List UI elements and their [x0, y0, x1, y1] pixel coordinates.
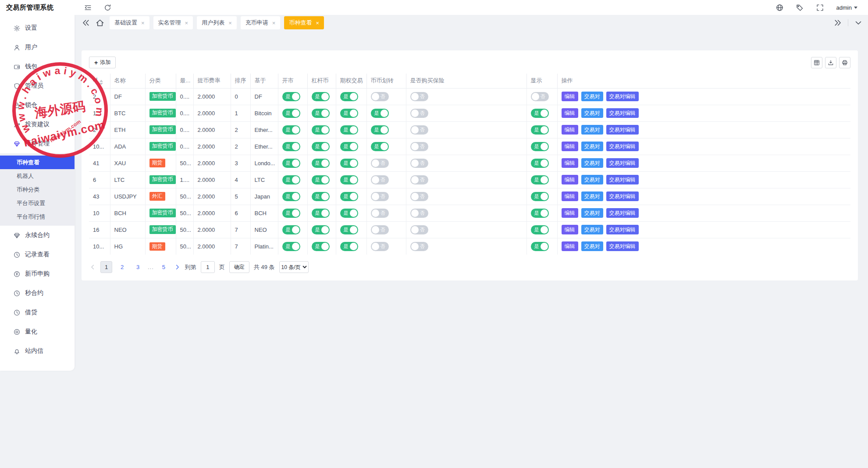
tab-close-icon[interactable]: × [316, 20, 319, 26]
sidebar-item-new-coin[interactable]: 新币申购 [0, 264, 75, 284]
action-pair-edit-button[interactable]: 交易对编辑 [606, 142, 639, 151]
action-pair-edit-button[interactable]: 交易对编辑 [606, 191, 639, 201]
action-edit-button[interactable]: 编辑 [562, 92, 578, 101]
show-toggle[interactable]: 是 [531, 109, 549, 118]
show-toggle[interactable]: 是 [531, 159, 549, 168]
transfer-toggle[interactable]: 否 [371, 209, 389, 218]
sidebar-item-coin-manage[interactable]: 币种管理 [0, 134, 75, 153]
insurance-toggle[interactable]: 否 [410, 109, 428, 118]
action-pair-edit-button[interactable]: 交易对编辑 [606, 241, 639, 251]
confirm-button[interactable]: 确定 [229, 261, 249, 273]
action-pair-edit-button[interactable]: 交易对编辑 [606, 225, 639, 234]
sidebar-item-users[interactable]: 用户 [0, 38, 75, 57]
action-pair-button[interactable]: 交易对 [581, 191, 603, 201]
home-tab-icon[interactable] [96, 18, 104, 27]
sidebar-item-second-contract[interactable]: 秒合约 [0, 284, 75, 303]
open-toggle[interactable]: 是 [282, 242, 300, 251]
open-toggle[interactable]: 是 [282, 175, 300, 184]
sidebar-item-quant[interactable]: 量化 [0, 322, 75, 341]
action-edit-button[interactable]: 编辑 [562, 108, 578, 118]
show-toggle[interactable]: 是 [531, 242, 549, 251]
refresh-icon[interactable] [104, 4, 111, 11]
sidebar-item-site-mail[interactable]: 站内信 [0, 341, 75, 361]
action-edit-button[interactable]: 编辑 [562, 208, 578, 218]
action-pair-button[interactable]: 交易对 [581, 125, 603, 135]
action-pair-button[interactable]: 交易对 [581, 208, 603, 218]
leverage-toggle[interactable]: 是 [312, 225, 330, 234]
language-icon[interactable] [776, 4, 783, 11]
sort-icon[interactable] [100, 80, 103, 85]
print-button[interactable] [839, 57, 850, 68]
leverage-toggle[interactable]: 是 [312, 109, 330, 118]
leverage-toggle[interactable]: 是 [312, 125, 330, 135]
tabs-scroll-right-icon[interactable] [833, 18, 842, 27]
open-toggle[interactable]: 是 [282, 192, 300, 201]
action-edit-button[interactable]: 编辑 [562, 125, 578, 135]
tab-3[interactable]: 用户列表× [197, 16, 237, 29]
leverage-toggle[interactable]: 是 [312, 159, 330, 168]
transfer-toggle[interactable]: 是 [371, 142, 389, 151]
action-edit-button[interactable]: 编辑 [562, 241, 578, 251]
next-page-icon[interactable] [174, 264, 181, 270]
show-toggle[interactable]: 是 [531, 142, 549, 151]
action-pair-button[interactable]: 交易对 [581, 108, 603, 118]
page-button-1[interactable]: 1 [100, 261, 112, 273]
tag-icon[interactable] [796, 4, 804, 11]
action-pair-edit-button[interactable]: 交易对编辑 [606, 208, 639, 218]
open-toggle[interactable]: 是 [282, 225, 300, 234]
sidebar-subitem-robot[interactable]: 机器人 [0, 169, 75, 183]
insurance-toggle[interactable]: 否 [410, 142, 428, 151]
page-button-2[interactable]: 2 [116, 261, 128, 273]
page-size-select[interactable]: 10 条/页 [279, 261, 309, 273]
action-pair-edit-button[interactable]: 交易对编辑 [606, 125, 639, 135]
sidebar-subitem-platform-coin-setting[interactable]: 平台币设置 [0, 196, 75, 210]
tab-close-icon[interactable]: × [141, 20, 145, 26]
leverage-toggle[interactable]: 是 [312, 242, 330, 251]
add-button[interactable]: + 添加 [89, 57, 116, 68]
action-pair-button[interactable]: 交易对 [581, 241, 603, 251]
leverage-toggle[interactable]: 是 [312, 209, 330, 218]
tabs-menu-icon[interactable] [854, 18, 863, 27]
sidebar-subitem-platform-coin-market[interactable]: 平台币行情 [0, 210, 75, 223]
page-button-5[interactable]: 5 [158, 261, 170, 273]
insurance-toggle[interactable]: 否 [410, 159, 428, 168]
action-pair-button[interactable]: 交易对 [581, 142, 603, 151]
column-header-0[interactable]: id [89, 74, 110, 88]
show-toggle[interactable]: 否 [531, 92, 549, 101]
menu-collapse-icon[interactable] [84, 4, 92, 11]
export-button[interactable] [825, 57, 836, 68]
insurance-toggle[interactable]: 否 [410, 92, 428, 101]
action-edit-button[interactable]: 编辑 [562, 225, 578, 234]
page-button-3[interactable]: 3 [132, 261, 144, 273]
option-toggle[interactable]: 是 [340, 242, 358, 251]
open-toggle[interactable]: 是 [282, 125, 300, 135]
transfer-toggle[interactable]: 否 [371, 192, 389, 201]
option-toggle[interactable]: 是 [340, 192, 358, 201]
sidebar-item-records[interactable]: 记录查看 [0, 245, 75, 264]
insurance-toggle[interactable]: 否 [410, 175, 428, 184]
insurance-toggle[interactable]: 否 [410, 242, 428, 251]
sidebar-item-admins[interactable]: 管理员 [0, 76, 75, 96]
show-toggle[interactable]: 是 [531, 125, 549, 135]
open-toggle[interactable]: 是 [282, 142, 300, 151]
tabs-scroll-left-icon[interactable] [82, 18, 90, 27]
transfer-toggle[interactable]: 否 [371, 242, 389, 251]
tab-4[interactable]: 充币申请× [241, 16, 281, 29]
transfer-toggle[interactable]: 否 [371, 159, 389, 168]
action-pair-edit-button[interactable]: 交易对编辑 [606, 92, 639, 101]
sidebar-subitem-coin-category[interactable]: 币种分类 [0, 183, 75, 196]
action-edit-button[interactable]: 编辑 [562, 158, 578, 168]
tab-close-icon[interactable]: × [185, 20, 189, 26]
sidebar-item-invest-advice[interactable]: 投资建议 [0, 115, 75, 134]
sidebar-item-lockup[interactable]: 锁仓 [0, 96, 75, 115]
action-pair-edit-button[interactable]: 交易对编辑 [606, 175, 639, 184]
open-toggle[interactable]: 是 [282, 209, 300, 218]
open-toggle[interactable]: 是 [282, 159, 300, 168]
action-pair-button[interactable]: 交易对 [581, 92, 603, 101]
action-edit-button[interactable]: 编辑 [562, 175, 578, 184]
option-toggle[interactable]: 是 [340, 125, 358, 135]
columns-filter-button[interactable] [811, 57, 822, 68]
action-pair-button[interactable]: 交易对 [581, 175, 603, 184]
action-pair-edit-button[interactable]: 交易对编辑 [606, 108, 639, 118]
prev-page-icon[interactable] [89, 264, 96, 270]
